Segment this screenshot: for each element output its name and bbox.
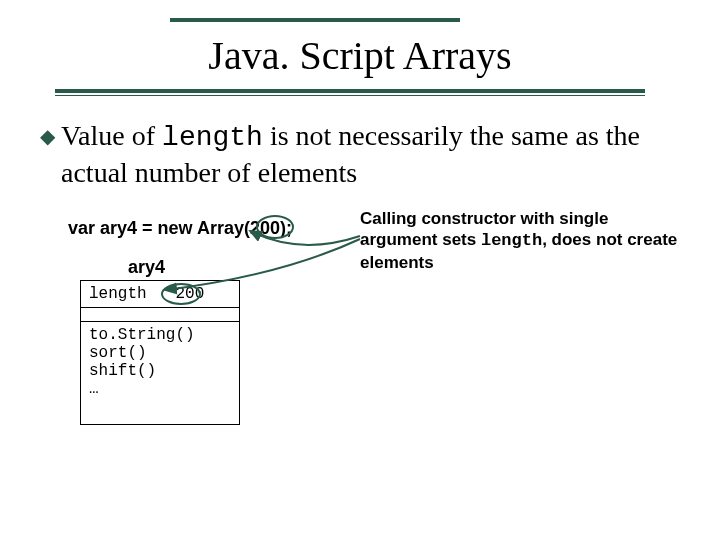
title-area: Java. Script Arrays [0,0,720,96]
bullet-code: length [162,122,263,153]
object-method: … [89,380,231,398]
code-after: ); [280,218,292,238]
code-arg: 200 [250,218,280,238]
bullet-text: Value of length is not necessarily the s… [61,118,680,190]
code-before: var ary4 = new Array( [68,218,250,238]
object-prop-name: length [89,285,147,303]
object-box: length 200 to.String() sort() shift() … [80,280,240,425]
object-method: to.String() [89,326,231,344]
object-label: ary4 [128,257,680,278]
title-rule-thick [55,89,645,93]
object-methods-row: to.String() sort() shift() … [81,322,239,424]
slide-body: ◆ Value of length is not necessarily the… [0,96,720,425]
bullet-point: ◆ Value of length is not necessarily the… [40,118,680,190]
object-method: sort() [89,344,231,362]
diamond-bullet-icon: ◆ [40,124,55,149]
bullet-prefix: Value of [61,120,162,151]
slide-title: Java. Script Arrays [0,32,720,79]
title-rule-top [170,18,460,22]
note-code: length [481,231,542,250]
object-empty-row [81,308,239,322]
object-property-row: length 200 [81,281,239,308]
object-prop-value: 200 [175,285,204,303]
object-method: shift() [89,362,231,380]
title-rule-group [55,89,720,96]
